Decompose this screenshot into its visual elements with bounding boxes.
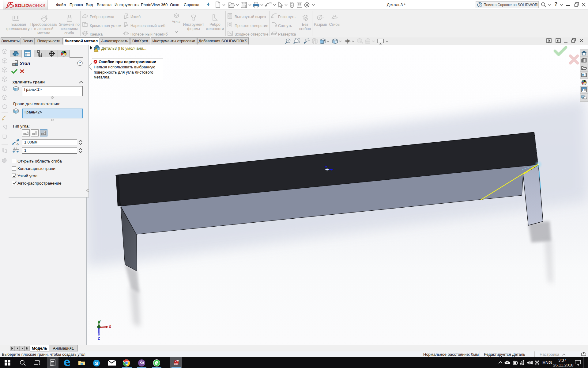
svg-text:WORKS: WORKS (28, 3, 46, 8)
svg-text:SOLID: SOLID (15, 3, 29, 8)
svg-text:?: ? (79, 61, 81, 65)
svg-text:Y: Y (99, 320, 101, 324)
svg-text:!: ! (96, 49, 96, 52)
svg-text:?: ? (479, 3, 481, 6)
svg-text:S: S (95, 361, 98, 366)
svg-text:G: G (17, 143, 19, 146)
svg-text:Z: Z (98, 336, 100, 341)
svg-text:S: S (175, 360, 176, 362)
svg-text:W: W (177, 360, 179, 362)
svg-text:X: X (109, 325, 111, 329)
svg-text:2016: 2016 (174, 363, 178, 365)
